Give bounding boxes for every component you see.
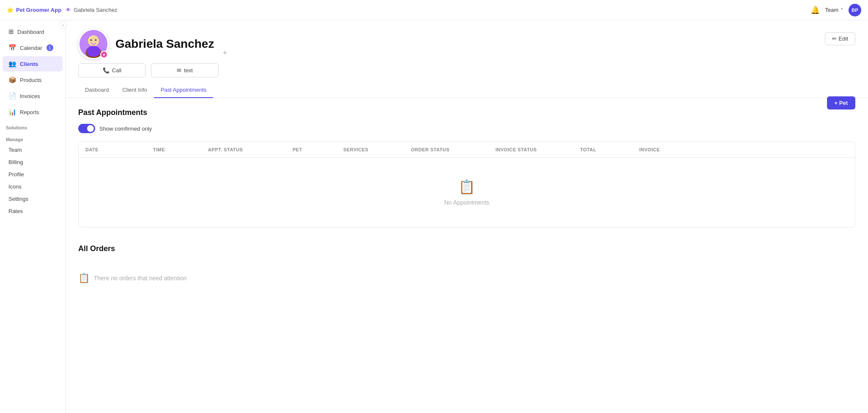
breadcrumb-eye-icon: 👁 (66, 7, 71, 13)
col-services: SERVICES (337, 142, 404, 157)
action-buttons: 📞 Call ✉ text (66, 63, 868, 82)
breadcrumb-text: Gabriela Sanchez (74, 7, 117, 13)
topbar-right: 🔔 Team ⌃ BP (810, 4, 861, 16)
phone-icon: 📞 (103, 67, 110, 74)
orders-empty-icon: 📋 (78, 273, 90, 284)
billing-label: Billing (8, 159, 23, 165)
dashboard-icon: ⊞ (8, 28, 14, 36)
clients-icon: 👥 (8, 60, 16, 68)
edit-button[interactable]: ✏ Edit (825, 32, 855, 45)
client-header: ♥ Gabriela Sanchez + ✏ Edit (66, 20, 868, 63)
content-area: Past Appointments Show comfirmed only DA… (66, 98, 868, 306)
sidebar-item-settings[interactable]: Settings (0, 193, 65, 205)
sidebar-item-dashboard[interactable]: ⊞ Dashboard (3, 24, 63, 39)
solutions-label: Solutions (0, 120, 65, 132)
sidebar-item-invoices[interactable]: 📄 Invoices (3, 88, 63, 104)
breadcrumb: 👁 Gabriela Sanchez (66, 7, 117, 13)
call-button[interactable]: 📞 Call (78, 63, 146, 77)
tabs: Dasboard Client Info Past Appointments (66, 82, 868, 98)
client-name-block: Gabriela Sanchez (115, 37, 214, 51)
avatar[interactable]: BP (849, 4, 861, 16)
tab-dashboard[interactable]: Dasboard (78, 82, 115, 98)
svg-point-4 (90, 39, 92, 41)
sidebar-item-label: Clients (20, 61, 38, 67)
sidebar-toggle[interactable]: ‹ (59, 21, 67, 29)
sidebar-item-reports[interactable]: 📊 Reports (3, 104, 63, 120)
settings-label: Settings (8, 196, 28, 202)
main-content: ♥ Gabriela Sanchez + ✏ Edit 📞 Call ✉ tex… (66, 20, 868, 413)
sidebar-item-profile[interactable]: Profile (0, 168, 65, 181)
text-label: text (184, 67, 193, 74)
col-appt-status: APPT. STATUS (201, 142, 286, 157)
add-icon[interactable]: + (222, 49, 227, 57)
table-empty-state: 📋 No Appointments (79, 158, 855, 227)
products-icon: 📦 (8, 76, 16, 84)
topbar-left: ⭐ Pet Groomer App 👁 Gabriela Sanchez (7, 7, 118, 13)
appointments-table: DATE TIME APPT. STATUS PET SERVICES ORDE… (78, 142, 855, 227)
all-orders-title: All Orders (78, 244, 855, 253)
toggle-row: Show comfirmed only (78, 124, 855, 133)
col-invoice-status: INVOICE STATUS (489, 142, 573, 157)
sidebar-item-label: Reports (20, 109, 39, 115)
sidebar-item-label: Dashboard (17, 29, 44, 35)
layout: ‹ ⊞ Dashboard 📅 Calendar 1 👥 Clients 📦 P… (0, 20, 868, 413)
col-order-status: ORDER STATUS (404, 142, 489, 157)
orders-empty-state: 📋 There no orders that need attention (78, 260, 855, 296)
svg-point-6 (87, 46, 101, 57)
sidebar-item-label: Invoices (20, 93, 40, 99)
sidebar-item-products[interactable]: 📦 Products (3, 72, 63, 88)
message-icon: ✉ (177, 67, 181, 74)
empty-message: No Appointments (444, 199, 490, 206)
chevron-down-icon: ⌃ (840, 8, 843, 12)
add-pet-button[interactable]: + Pet (827, 96, 855, 109)
logo-star-icon: ⭐ (7, 7, 14, 13)
calendar-badge: 1 (47, 44, 53, 51)
empty-calendar-icon: 📋 (458, 179, 475, 195)
topbar: ⭐ Pet Groomer App 👁 Gabriela Sanchez 🔔 T… (0, 0, 868, 20)
avatar-wrapper: ♥ (78, 29, 109, 59)
all-orders-section: All Orders 📋 There no orders that need a… (78, 244, 855, 296)
table-header: DATE TIME APPT. STATUS PET SERVICES ORDE… (79, 142, 855, 158)
invoices-icon: 📄 (8, 92, 16, 100)
sidebar-item-label: Calendar (20, 45, 42, 51)
manage-label: Manage (0, 132, 65, 144)
team-label: Team (8, 147, 22, 153)
sidebar-item-calendar[interactable]: 📅 Calendar 1 (3, 40, 63, 55)
orders-empty-message: There no orders that need attention (94, 275, 186, 282)
show-confirmed-toggle[interactable] (78, 124, 95, 133)
col-invoice: INVOICE (633, 142, 692, 157)
call-label: Call (112, 67, 121, 74)
icons-label: Icons (8, 183, 22, 190)
sidebar-item-label: Products (20, 77, 41, 83)
sidebar: ⊞ Dashboard 📅 Calendar 1 👥 Clients 📦 Pro… (0, 20, 66, 413)
past-appointments-title: Past Appointments (78, 108, 855, 117)
team-dropdown[interactable]: Team ⌃ (825, 7, 843, 13)
sidebar-item-icons[interactable]: Icons (0, 181, 65, 193)
sidebar-item-clients[interactable]: 👥 Clients (3, 56, 63, 71)
sidebar-item-rates[interactable]: Rates (0, 205, 65, 217)
heart-badge: ♥ (100, 51, 108, 58)
client-info: ♥ Gabriela Sanchez + (78, 29, 227, 59)
pencil-icon: ✏ (832, 36, 837, 42)
col-total: TOTAL (573, 142, 633, 157)
sidebar-item-team[interactable]: Team (0, 144, 65, 156)
toggle-label: Show comfirmed only (99, 126, 152, 132)
team-label: Team (825, 7, 838, 13)
col-pet: PET (286, 142, 337, 157)
calendar-icon: 📅 (8, 44, 16, 52)
col-date: DATE (79, 142, 146, 157)
col-time: TIME (146, 142, 201, 157)
sidebar-item-billing[interactable]: Billing (0, 156, 65, 168)
rates-label: Rates (8, 208, 23, 214)
tab-past-appointments[interactable]: Past Appointments (154, 82, 213, 98)
text-button[interactable]: ✉ text (151, 63, 219, 77)
svg-point-5 (95, 39, 97, 41)
app-logo[interactable]: ⭐ Pet Groomer App (7, 7, 61, 13)
bell-icon[interactable]: 🔔 (810, 5, 820, 15)
edit-label: Edit (839, 36, 848, 42)
tab-client-info[interactable]: Client Info (115, 82, 154, 98)
client-name: Gabriela Sanchez (115, 37, 214, 51)
reports-icon: 📊 (8, 108, 16, 116)
profile-label: Profile (8, 171, 24, 178)
app-name: Pet Groomer App (16, 7, 61, 13)
